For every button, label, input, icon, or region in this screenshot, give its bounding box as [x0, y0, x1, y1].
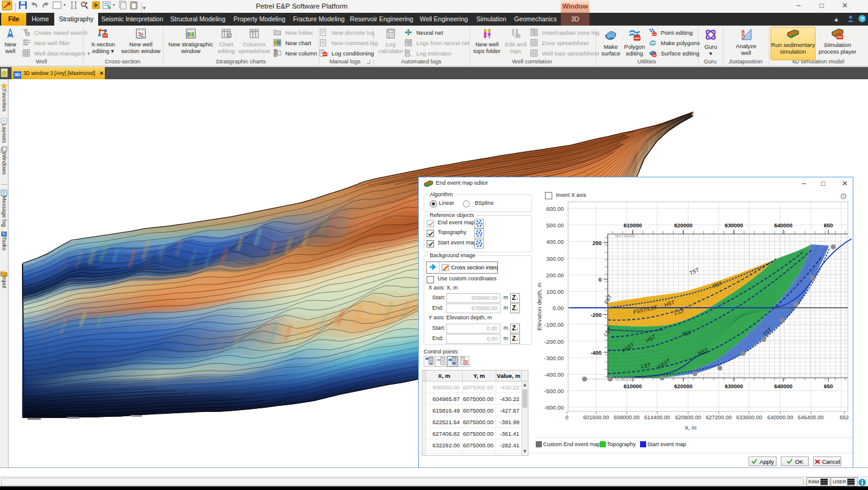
svg-text:640000: 640000 [774, 222, 792, 229]
svg-text:Start event map: Start event map [647, 441, 686, 447]
svg-text:627200.00: 627200.00 [706, 414, 732, 421]
svg-text:200.00: 200.00 [546, 272, 564, 279]
svg-text:-400: -400 [591, 350, 602, 356]
svg-text:Topography: Topography [607, 441, 636, 447]
svg-text:6076000: 6076000 [615, 232, 635, 238]
svg-text:Custom End event map: Custom End event map [543, 441, 600, 447]
svg-text:6000000: 6000000 [615, 376, 635, 382]
svg-text:-200.00: -200.00 [544, 338, 564, 345]
svg-text:-200: -200 [591, 312, 602, 318]
svg-text:-600.00: -600.00 [544, 404, 564, 411]
svg-text:100.00: 100.00 [546, 288, 564, 295]
svg-text:630000: 630000 [725, 222, 743, 229]
svg-text:X, m: X, m [685, 424, 697, 431]
svg-text:650: 650 [824, 383, 833, 389]
svg-text:-500.00: -500.00 [544, 388, 564, 394]
svg-text:640000.00: 640000.00 [767, 414, 794, 421]
svg-text:610000: 610000 [624, 222, 642, 229]
svg-text:652: 652 [839, 414, 848, 421]
svg-text:601600.00: 601600.00 [583, 414, 610, 421]
svg-text:-300.00: -300.00 [544, 355, 564, 361]
svg-text:300.00: 300.00 [546, 255, 564, 262]
svg-text:646400.00: 646400.00 [798, 414, 824, 421]
svg-text:620000: 620000 [674, 222, 692, 229]
svg-text:640000: 640000 [774, 383, 792, 389]
svg-text:500.00: 500.00 [546, 222, 564, 229]
svg-text:600.00: 600.00 [546, 205, 564, 212]
svg-text:400.00: 400.00 [546, 238, 564, 245]
svg-text:614400.00: 614400.00 [644, 414, 671, 421]
svg-text:⚙: ⚙ [839, 191, 847, 201]
svg-text:0: 0 [565, 414, 568, 421]
svg-text:0.00: 0.00 [553, 305, 564, 311]
svg-text:?: ? [860, 16, 864, 22]
svg-text:200: 200 [592, 240, 602, 246]
svg-text:633600.00: 633600.00 [736, 414, 763, 421]
svg-text:610000: 610000 [624, 383, 642, 389]
svg-text:-100.00: -100.00 [544, 321, 564, 328]
svg-text:608000.00: 608000.00 [614, 414, 640, 421]
svg-text:650: 650 [824, 222, 833, 229]
svg-text:0: 0 [599, 277, 602, 283]
svg-text:620000: 620000 [674, 383, 692, 389]
svg-text:620800.00: 620800.00 [675, 414, 702, 421]
svg-text:630000: 630000 [725, 383, 743, 389]
svg-text:Elevation depth, m: Elevation depth, m [536, 283, 542, 331]
svg-text:-400.00: -400.00 [544, 371, 564, 378]
